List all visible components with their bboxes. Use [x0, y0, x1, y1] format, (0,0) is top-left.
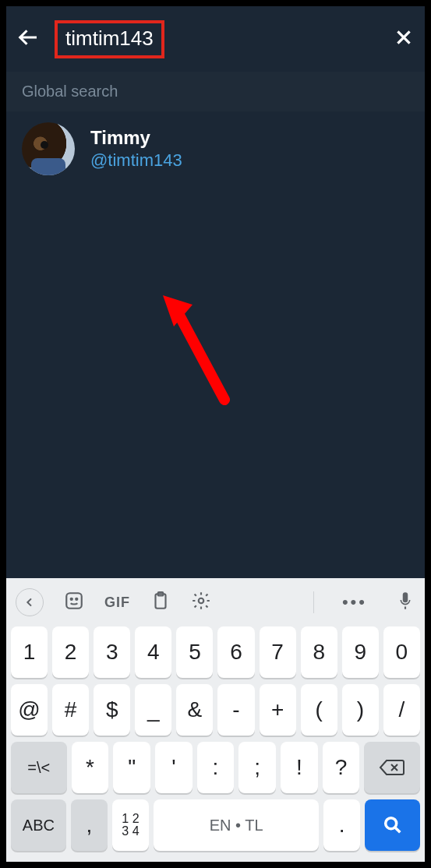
- clipboard-icon[interactable]: [150, 591, 171, 614]
- search-input[interactable]: timtim143: [55, 20, 164, 58]
- svg-point-7: [385, 818, 396, 829]
- key-8[interactable]: 8: [301, 626, 337, 678]
- annotation-arrow-icon: [158, 291, 252, 423]
- back-arrow-icon[interactable]: [17, 26, 41, 52]
- key-abc[interactable]: ABC: [11, 799, 66, 851]
- key-amp[interactable]: &: [176, 684, 213, 736]
- key-hash[interactable]: #: [52, 684, 89, 736]
- toolbar-collapse-icon[interactable]: [16, 588, 44, 616]
- search-result-row[interactable]: Timmy @timtim143: [6, 111, 425, 186]
- key-numbers[interactable]: 1 2 3 4: [112, 799, 149, 851]
- backspace-icon[interactable]: [364, 742, 420, 793]
- key-asterisk[interactable]: *: [72, 742, 109, 793]
- svg-point-2: [71, 598, 72, 600]
- key-slash[interactable]: /: [383, 684, 420, 736]
- key-exclaim[interactable]: !: [281, 742, 318, 793]
- more-icon[interactable]: •••: [342, 592, 367, 612]
- key-space[interactable]: EN • TL: [154, 799, 319, 851]
- search-header: timtim143: [6, 6, 425, 72]
- avatar: [22, 122, 75, 175]
- results-area: Timmy @timtim143: [6, 111, 425, 578]
- toolbar-divider: [313, 591, 314, 613]
- svg-point-6: [199, 598, 204, 604]
- key-colon[interactable]: :: [197, 742, 235, 793]
- gear-icon[interactable]: [191, 591, 211, 614]
- key-at[interactable]: @: [11, 684, 48, 736]
- search-icon: [382, 814, 404, 836]
- sticker-icon[interactable]: [64, 591, 84, 614]
- key-1[interactable]: 1: [11, 626, 48, 678]
- key-symbols-more[interactable]: =\<: [11, 742, 67, 793]
- key-dash[interactable]: -: [217, 684, 254, 736]
- key-dollar[interactable]: $: [94, 684, 130, 736]
- key-7[interactable]: 7: [260, 626, 296, 678]
- key-0[interactable]: 0: [383, 626, 420, 678]
- key-rparen[interactable]: ): [342, 684, 379, 736]
- key-6[interactable]: 6: [217, 626, 254, 678]
- gif-button[interactable]: GIF: [104, 595, 130, 611]
- key-search[interactable]: [365, 799, 420, 851]
- keyboard-row-2: @ # $ _ & - + ( ) /: [11, 684, 420, 736]
- result-name: Timmy: [90, 127, 182, 149]
- key-lparen[interactable]: (: [301, 684, 337, 736]
- key-plus[interactable]: +: [260, 684, 296, 736]
- key-numbers-label: 1 2 3 4: [122, 813, 139, 838]
- mic-icon[interactable]: [395, 591, 415, 614]
- key-3[interactable]: 3: [94, 626, 130, 678]
- key-squote[interactable]: ': [155, 742, 193, 793]
- keyboard-toolbar: GIF •••: [6, 578, 425, 626]
- on-screen-keyboard: GIF ••• 1 2 3 4 5: [6, 578, 425, 862]
- key-comma[interactable]: ,: [71, 799, 108, 851]
- keyboard-row-4: ABC , 1 2 3 4 EN • TL .: [11, 799, 420, 851]
- key-dquote[interactable]: ": [113, 742, 150, 793]
- key-2[interactable]: 2: [52, 626, 89, 678]
- keyboard-row-1: 1 2 3 4 5 6 7 8 9 0: [11, 626, 420, 678]
- key-4[interactable]: 4: [135, 626, 171, 678]
- key-semicolon[interactable]: ;: [238, 742, 276, 793]
- svg-rect-1: [66, 593, 82, 609]
- clear-search-icon[interactable]: [394, 27, 414, 51]
- key-question[interactable]: ?: [323, 742, 360, 793]
- key-period[interactable]: .: [323, 799, 360, 851]
- section-header-global-search: Global search: [6, 72, 425, 111]
- key-9[interactable]: 9: [342, 626, 379, 678]
- svg-point-3: [76, 598, 77, 600]
- key-5[interactable]: 5: [176, 626, 213, 678]
- key-underscore[interactable]: _: [135, 684, 171, 736]
- result-handle: @timtim143: [90, 150, 182, 171]
- keyboard-row-3: =\< * " ' : ; ! ?: [11, 742, 420, 793]
